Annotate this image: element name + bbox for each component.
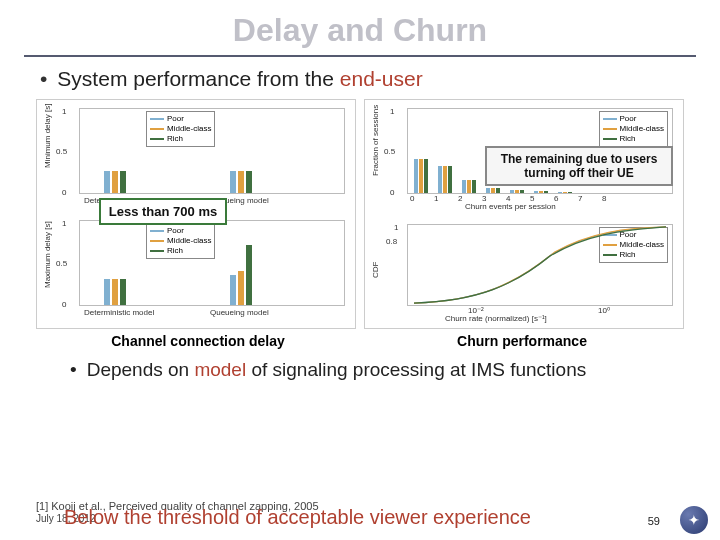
ytick: 0 — [62, 188, 66, 197]
legend-rich: Rich — [620, 134, 636, 144]
org-logo-icon: ✦ — [680, 506, 708, 534]
figure-churn: 1 0.5 0 Poor Middle-class Rich 012345678… — [364, 99, 684, 329]
legend-mid: Middle-class — [167, 124, 211, 134]
ylabel-min: Minimum delay [s] — [43, 104, 52, 168]
bullet-highlight: end-user — [340, 67, 423, 90]
legend-mid: Middle-class — [620, 124, 664, 134]
ytick: 0 — [62, 300, 66, 309]
sub-hl: model — [194, 359, 246, 380]
ytick: 1 — [62, 219, 66, 228]
cdf-curves — [408, 225, 672, 305]
threshold-text: Below the threshold of acceptable viewer… — [64, 506, 531, 528]
ylabel-cdf: CDF — [371, 262, 380, 278]
legend: Poor Middle-class Rich — [146, 223, 215, 259]
caption-row: Channel connection delay Churn performan… — [36, 333, 684, 349]
callout-threshold: Less than 700 ms — [99, 198, 227, 225]
caption-churn: Churn performance — [360, 333, 684, 349]
figure-row: 1 0.5 0 Poor Middle-class Rich Determini… — [36, 99, 684, 329]
legend-rich: Rich — [167, 246, 183, 256]
bullet-dot: • — [70, 359, 77, 381]
legend-poor: Poor — [167, 114, 184, 124]
sub-post: of signaling processing at IMS functions — [246, 359, 586, 380]
ytick: 1 — [62, 107, 66, 116]
ytick: 0.8 — [386, 237, 397, 246]
ylabel-frac: Fraction of sessions — [371, 105, 380, 176]
xcat: Deterministic model — [84, 308, 154, 317]
xlabel-cdf: Churn rate (normalized) [s⁻¹] — [445, 314, 547, 323]
subplot-max-delay: 1 0.5 0 Poor Middle-class Rich Determini… — [79, 220, 345, 306]
legend-mid: Middle-class — [167, 236, 211, 246]
ylabel-max: Maximum delay [s] — [43, 221, 52, 288]
callout-remaining: The remaining due to users turning off t… — [485, 146, 673, 186]
legend-rich: Rich — [167, 134, 183, 144]
bullet-pre: System performance from the — [57, 67, 339, 90]
ytick: 1 — [394, 223, 398, 232]
ytick: 1 — [390, 107, 394, 116]
sub-bullet: • Depends on model of signaling processi… — [70, 359, 650, 381]
sub-pre: Depends on — [87, 359, 195, 380]
ytick: 0.5 — [56, 147, 67, 156]
legend: Poor Middle-class Rich — [146, 111, 215, 147]
sub-bullet-text: Depends on model of signaling processing… — [87, 359, 587, 381]
legend: Poor Middle-class Rich — [599, 111, 668, 147]
subplot-min-delay: 1 0.5 0 Poor Middle-class Rich Determini… — [79, 108, 345, 194]
ytick: 0.5 — [56, 259, 67, 268]
xcat: Queueing model — [210, 308, 269, 317]
legend-poor: Poor — [620, 114, 637, 124]
footer: [1] Kooij et al., Perceived quality of c… — [36, 500, 712, 536]
ytick: 0 — [390, 188, 394, 197]
slide-number: 59 — [644, 514, 664, 528]
ytick: 0.5 — [384, 147, 395, 156]
slide-title: Delay and Churn — [0, 0, 720, 55]
threshold-line: Below the threshold of acceptable viewer… — [64, 506, 531, 529]
title-rule — [24, 55, 696, 57]
bullet-dot: • — [40, 67, 47, 91]
main-bullet-text: System performance from the end-user — [57, 67, 422, 91]
figure-delay: 1 0.5 0 Poor Middle-class Rich Determini… — [36, 99, 356, 329]
xlabel-hist: Churn events per session — [465, 202, 556, 211]
subplot-churn-cdf: 1 0.8 Poor Middle-class Rich 10⁻² 10⁰ — [407, 224, 673, 306]
caption-delay: Channel connection delay — [36, 333, 360, 349]
legend-poor: Poor — [167, 226, 184, 236]
main-bullet: • System performance from the end-user — [40, 67, 680, 91]
